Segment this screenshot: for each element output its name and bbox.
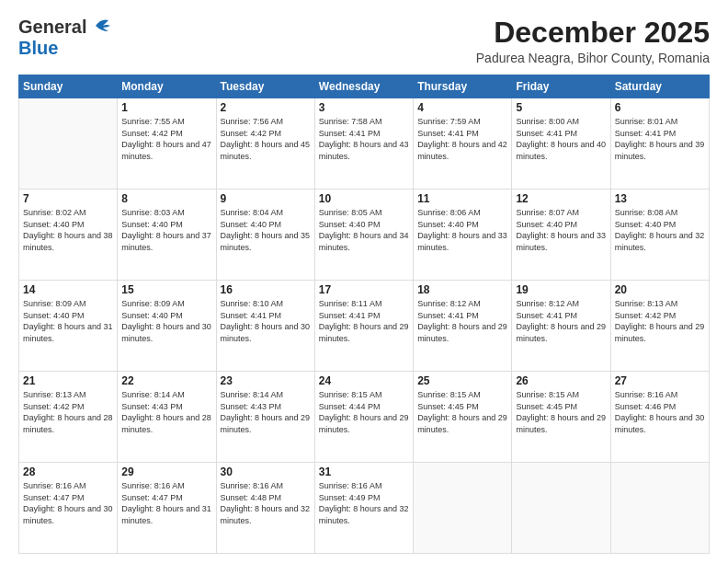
sunset-text: Sunset: 4:42 PM (221, 128, 311, 140)
logo-blue: Blue (18, 38, 58, 58)
sunrise-text: Sunrise: 8:15 AM (417, 389, 507, 401)
sunrise-text: Sunrise: 8:11 AM (319, 298, 409, 310)
sunrise-text: Sunrise: 8:16 AM (23, 480, 113, 492)
logo-bird-icon (88, 17, 112, 35)
day-number: 27 (615, 374, 705, 387)
calendar-day-cell: 29Sunrise: 8:16 AMSunset: 4:47 PMDayligh… (118, 463, 216, 554)
daylight-text: Daylight: 8 hours and 37 minutes. (121, 230, 211, 253)
daylight-text: Daylight: 8 hours and 42 minutes. (417, 139, 507, 162)
day-number: 8 (121, 192, 211, 205)
sunrise-text: Sunrise: 8:16 AM (221, 480, 311, 492)
day-info: Sunrise: 8:09 AMSunset: 4:40 PMDaylight:… (121, 298, 211, 344)
month-year-title: December 2025 (476, 17, 710, 49)
calendar-day-cell: 15Sunrise: 8:09 AMSunset: 4:40 PMDayligh… (118, 281, 216, 372)
day-info: Sunrise: 8:15 AMSunset: 4:44 PMDaylight:… (319, 389, 409, 435)
sunrise-text: Sunrise: 8:05 AM (319, 207, 409, 219)
logo: General Blue (18, 17, 112, 59)
calendar-week-row: 14Sunrise: 8:09 AMSunset: 4:40 PMDayligh… (19, 281, 710, 372)
daylight-text: Daylight: 8 hours and 29 minutes. (417, 321, 507, 344)
day-info: Sunrise: 7:59 AMSunset: 4:41 PMDaylight:… (417, 116, 507, 162)
calendar-day-cell: 16Sunrise: 8:10 AMSunset: 4:41 PMDayligh… (216, 281, 314, 372)
calendar-day-cell: 19Sunrise: 8:12 AMSunset: 4:41 PMDayligh… (512, 281, 610, 372)
day-info: Sunrise: 8:16 AMSunset: 4:47 PMDaylight:… (121, 480, 211, 526)
daylight-text: Daylight: 8 hours and 34 minutes. (319, 230, 409, 253)
daylight-text: Daylight: 8 hours and 31 minutes. (23, 321, 113, 344)
sunrise-text: Sunrise: 8:14 AM (221, 389, 311, 401)
day-number: 2 (221, 101, 311, 114)
daylight-text: Daylight: 8 hours and 29 minutes. (615, 321, 705, 344)
day-info: Sunrise: 8:05 AMSunset: 4:40 PMDaylight:… (319, 207, 409, 253)
daylight-text: Daylight: 8 hours and 28 minutes. (23, 412, 113, 435)
calendar-day-cell: 14Sunrise: 8:09 AMSunset: 4:40 PMDayligh… (19, 281, 118, 372)
daylight-text: Daylight: 8 hours and 35 minutes. (221, 230, 311, 253)
calendar-day-cell: 25Sunrise: 8:15 AMSunset: 4:45 PMDayligh… (414, 372, 512, 463)
calendar-day-cell: 1Sunrise: 7:55 AMSunset: 4:42 PMDaylight… (118, 98, 216, 190)
day-info: Sunrise: 8:04 AMSunset: 4:40 PMDaylight:… (221, 207, 311, 253)
day-info: Sunrise: 8:09 AMSunset: 4:40 PMDaylight:… (23, 298, 113, 344)
daylight-text: Daylight: 8 hours and 29 minutes. (319, 412, 409, 435)
sunset-text: Sunset: 4:42 PM (615, 310, 705, 322)
day-number: 19 (516, 283, 606, 296)
sunset-text: Sunset: 4:45 PM (516, 401, 606, 413)
sunset-text: Sunset: 4:49 PM (319, 492, 409, 504)
day-info: Sunrise: 8:14 AMSunset: 4:43 PMDaylight:… (121, 389, 211, 435)
daylight-text: Daylight: 8 hours and 47 minutes. (121, 139, 211, 162)
daylight-text: Daylight: 8 hours and 33 minutes. (417, 230, 507, 253)
calendar-day-cell (19, 98, 118, 190)
col-saturday: Saturday (610, 75, 709, 98)
calendar-day-cell: 23Sunrise: 8:14 AMSunset: 4:43 PMDayligh… (216, 372, 314, 463)
day-info: Sunrise: 8:16 AMSunset: 4:49 PMDaylight:… (319, 480, 409, 526)
title-section: December 2025 Padurea Neagra, Bihor Coun… (476, 17, 710, 65)
daylight-text: Daylight: 8 hours and 32 minutes. (615, 230, 705, 253)
sunrise-text: Sunrise: 8:12 AM (417, 298, 507, 310)
day-number: 10 (319, 192, 409, 205)
calendar-day-cell (610, 463, 709, 554)
day-info: Sunrise: 7:56 AMSunset: 4:42 PMDaylight:… (221, 116, 311, 162)
calendar-day-cell: 27Sunrise: 8:16 AMSunset: 4:46 PMDayligh… (610, 372, 709, 463)
sunset-text: Sunset: 4:47 PM (23, 492, 113, 504)
sunset-text: Sunset: 4:41 PM (615, 128, 705, 140)
calendar-day-cell: 21Sunrise: 8:13 AMSunset: 4:42 PMDayligh… (19, 372, 118, 463)
daylight-text: Daylight: 8 hours and 31 minutes. (121, 503, 211, 526)
sunset-text: Sunset: 4:44 PM (319, 401, 409, 413)
col-sunday: Sunday (19, 75, 118, 98)
day-info: Sunrise: 8:00 AMSunset: 4:41 PMDaylight:… (516, 116, 606, 162)
calendar-day-cell: 28Sunrise: 8:16 AMSunset: 4:47 PMDayligh… (19, 463, 118, 554)
calendar-day-cell: 24Sunrise: 8:15 AMSunset: 4:44 PMDayligh… (314, 372, 413, 463)
page: General Blue December 2025 Padurea Neagr… (0, 0, 728, 563)
calendar-day-cell: 8Sunrise: 8:03 AMSunset: 4:40 PMDaylight… (118, 190, 216, 281)
sunrise-text: Sunrise: 8:12 AM (516, 298, 606, 310)
sunrise-text: Sunrise: 8:10 AM (221, 298, 311, 310)
sunset-text: Sunset: 4:45 PM (417, 401, 507, 413)
day-info: Sunrise: 8:06 AMSunset: 4:40 PMDaylight:… (417, 207, 507, 253)
sunset-text: Sunset: 4:40 PM (23, 219, 113, 231)
daylight-text: Daylight: 8 hours and 45 minutes. (221, 139, 311, 162)
sunset-text: Sunset: 4:47 PM (121, 492, 211, 504)
sunrise-text: Sunrise: 7:58 AM (319, 116, 409, 128)
day-number: 26 (516, 374, 606, 387)
calendar-week-row: 28Sunrise: 8:16 AMSunset: 4:47 PMDayligh… (19, 463, 710, 554)
day-number: 20 (615, 283, 705, 296)
sunset-text: Sunset: 4:41 PM (417, 310, 507, 322)
sunset-text: Sunset: 4:42 PM (23, 401, 113, 413)
day-info: Sunrise: 8:08 AMSunset: 4:40 PMDaylight:… (615, 207, 705, 253)
day-number: 25 (417, 374, 507, 387)
day-number: 16 (221, 283, 311, 296)
day-info: Sunrise: 8:12 AMSunset: 4:41 PMDaylight:… (417, 298, 507, 344)
day-info: Sunrise: 8:11 AMSunset: 4:41 PMDaylight:… (319, 298, 409, 344)
daylight-text: Daylight: 8 hours and 40 minutes. (516, 139, 606, 162)
sunrise-text: Sunrise: 8:15 AM (516, 389, 606, 401)
day-number: 29 (121, 465, 211, 478)
daylight-text: Daylight: 8 hours and 29 minutes. (516, 321, 606, 344)
calendar-day-cell: 9Sunrise: 8:04 AMSunset: 4:40 PMDaylight… (216, 190, 314, 281)
day-number: 18 (417, 283, 507, 296)
sunset-text: Sunset: 4:41 PM (319, 310, 409, 322)
calendar-day-cell: 22Sunrise: 8:14 AMSunset: 4:43 PMDayligh… (118, 372, 216, 463)
day-number: 17 (319, 283, 409, 296)
sunset-text: Sunset: 4:40 PM (319, 219, 409, 231)
day-info: Sunrise: 8:12 AMSunset: 4:41 PMDaylight:… (516, 298, 606, 344)
day-number: 7 (23, 192, 113, 205)
day-info: Sunrise: 8:02 AMSunset: 4:40 PMDaylight:… (23, 207, 113, 253)
sunrise-text: Sunrise: 8:08 AM (615, 207, 705, 219)
sunrise-text: Sunrise: 8:09 AM (23, 298, 113, 310)
